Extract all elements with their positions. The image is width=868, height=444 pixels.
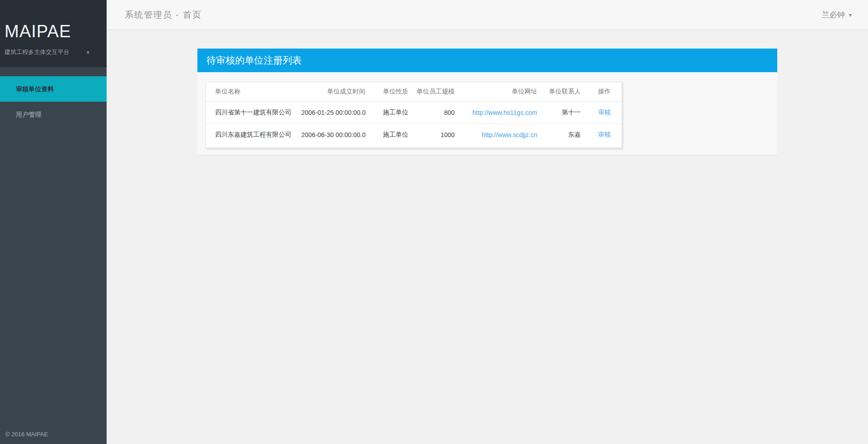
cell-action: 审核 [583, 124, 622, 148]
audit-link[interactable]: 审核 [598, 131, 611, 138]
col-header-staff-size: 单位员工规模 [408, 82, 456, 102]
page-title: 系统管理员 - 首页 [125, 9, 202, 21]
cell-founded-time: 2006-06-30 00:00:00.0 [297, 124, 367, 148]
cell-staff-size: 800 [408, 102, 456, 124]
brand-subtitle: 建筑工程多主体交互平台 [5, 48, 69, 56]
content: 待审核的单位注册列表 单位名称 单位成立时间 单位性 [107, 30, 868, 155]
user-menu[interactable]: 兰必钟 ▾ [822, 10, 852, 20]
table-row: 四川东嘉建筑工程有限公司 2006-06-30 00:00:00.0 施工单位 … [206, 124, 622, 148]
audit-link[interactable]: 审核 [598, 109, 611, 116]
cell-contact: 东嘉 [538, 124, 583, 148]
cell-unit-type: 施工单位 [367, 124, 408, 148]
copyright-text: © 2016 MAIPAE [5, 431, 48, 438]
units-table-card: 单位名称 单位成立时间 单位性质 单位员工规模 单位网址 单位联系人 操作 [206, 82, 622, 148]
cell-founded-time: 2006-01-25 00:00:00.0 [297, 102, 367, 124]
sidebar-item-audit-unit-info[interactable]: 审核单位资料 [0, 76, 107, 102]
cell-website: http://www.hs11gs.com [456, 102, 538, 124]
col-header-website: 单位网址 [456, 82, 538, 102]
cell-staff-size: 1000 [408, 124, 456, 148]
sidebar: MAIPAE 建筑工程多主体交互平台 ▾ 审核单位资料 用户管理 © 2016 … [0, 0, 107, 444]
cell-action: 审核 [583, 102, 622, 124]
sidebar-item-label: 审核单位资料 [16, 85, 54, 93]
col-header-founded-time: 单位成立时间 [297, 82, 367, 102]
cell-unit-name: 四川省第十一建筑有限公司 [206, 102, 297, 124]
pending-units-panel: 待审核的单位注册列表 单位名称 单位成立时间 单位性 [197, 49, 777, 155]
topbar: 系统管理员 - 首页 兰必钟 ▾ [107, 0, 868, 30]
cell-website: http://www.scdjjz.cn [456, 124, 538, 148]
cell-unit-name: 四川东嘉建筑工程有限公司 [206, 124, 297, 148]
cell-unit-type: 施工单位 [367, 102, 408, 124]
panel-title: 待审核的单位注册列表 [197, 49, 777, 72]
units-table: 单位名称 单位成立时间 单位性质 单位员工规模 单位网址 单位联系人 操作 [206, 82, 622, 148]
brand-logo: MAIPAE [5, 23, 102, 40]
sidebar-item-label: 用户管理 [16, 111, 41, 118]
col-header-unit-name: 单位名称 [206, 82, 297, 102]
caret-down-icon: ▾ [849, 12, 852, 18]
col-header-unit-type: 单位性质 [367, 82, 408, 102]
cell-contact: 第十一 [538, 102, 583, 124]
brand-block: MAIPAE 建筑工程多主体交互平台 ▾ [0, 0, 107, 67]
brand-subtitle-row[interactable]: 建筑工程多主体交互平台 ▾ [5, 48, 102, 56]
panel-body: 单位名称 单位成立时间 单位性质 单位员工规模 单位网址 单位联系人 操作 [197, 72, 777, 155]
sidebar-nav: 审核单位资料 用户管理 [0, 67, 107, 127]
main-area: 系统管理员 - 首页 兰必钟 ▾ 待审核的单位注册列表 [107, 0, 868, 444]
col-header-contact: 单位联系人 [538, 82, 583, 102]
caret-down-icon: ▾ [87, 49, 89, 55]
website-link[interactable]: http://www.hs11gs.com [472, 109, 537, 116]
col-header-action: 操作 [583, 82, 622, 102]
website-link[interactable]: http://www.scdjjz.cn [482, 131, 537, 138]
table-header-row: 单位名称 单位成立时间 单位性质 单位员工规模 单位网址 单位联系人 操作 [206, 82, 622, 102]
sidebar-item-user-management[interactable]: 用户管理 [0, 102, 107, 127]
user-name: 兰必钟 [822, 10, 845, 20]
table-row: 四川省第十一建筑有限公司 2006-01-25 00:00:00.0 施工单位 … [206, 102, 622, 124]
